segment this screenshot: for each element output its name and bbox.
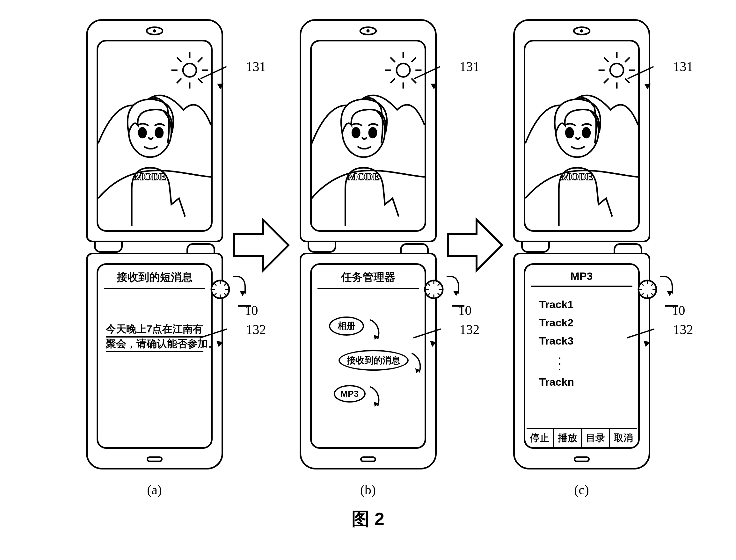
ref-label-132: 132 <box>460 322 480 337</box>
wallpaper-avatar-scene: MODE <box>98 41 211 230</box>
phone-b-lower-display[interactable]: 任务管理器 相册 接收到的消息 MP3 <box>310 263 426 449</box>
mic-icon <box>360 456 376 462</box>
svg-text:MODE: MODE <box>347 171 380 182</box>
phone-b-top-shell: MODE 131 <box>300 19 437 242</box>
task-bubble-mp3[interactable]: MP3 <box>334 385 366 403</box>
cycle-arrow-icon <box>406 353 425 373</box>
scroll-wheel[interactable] <box>211 280 230 299</box>
svg-line-50 <box>625 57 629 62</box>
svg-line-6 <box>198 57 202 62</box>
svg-point-0 <box>183 63 196 77</box>
softkey-play[interactable]: 播放 <box>554 429 582 447</box>
leader-line <box>238 305 251 307</box>
task-manager-canvas: 相册 接收到的消息 MP3 <box>316 291 420 443</box>
list-item[interactable]: Track2 <box>539 316 627 329</box>
svg-line-49 <box>604 57 608 62</box>
phone-a-lower-display[interactable]: 接收到的短消息 今天晚上7点在江南有 聚会，请确认能否参加。 <box>97 263 213 449</box>
phone-c-bottom-shell: MP3 Track1 Track2 Track3 ... Trackn 停止 播… <box>513 253 650 469</box>
phone-hinge <box>86 242 223 253</box>
mic-icon <box>147 456 163 462</box>
ref-label-132: 132 <box>673 322 693 337</box>
list-item[interactable]: Trackn <box>539 376 627 388</box>
list-item[interactable]: Track1 <box>539 298 627 311</box>
wallpaper-avatar-scene: MODE <box>525 41 638 230</box>
phone-hinge <box>300 242 437 253</box>
subcaption-b: (b) <box>360 482 376 498</box>
svg-line-29 <box>390 78 395 83</box>
subcaption-a: (a) <box>147 482 162 498</box>
phone-c: MODE 131 MP3 Track1 Track2 Track3 ... Tr… <box>513 19 650 469</box>
cycle-arrow-icon <box>365 319 383 339</box>
arrowhead-icon <box>644 81 652 89</box>
phone-a-bottom-shell: 接收到的短消息 今天晚上7点在江南有 聚会，请确认能否参加。 <box>86 253 223 469</box>
svg-text:MODE: MODE <box>561 171 593 182</box>
svg-text:MODE: MODE <box>134 171 166 182</box>
task-bubble-album[interactable]: 相册 <box>329 316 364 336</box>
svg-point-10 <box>139 128 146 138</box>
figure-caption: 图 2 <box>10 507 726 531</box>
svg-line-8 <box>198 78 202 83</box>
camera-icon <box>573 26 590 35</box>
arrowhead-icon <box>217 81 225 89</box>
mp3-title: MP3 <box>531 268 632 287</box>
phone-a-top-shell: MODE 131 <box>86 19 223 242</box>
sms-message-body: 今天晚上7点在江南有 聚会，请确认能否参加。 <box>103 323 207 352</box>
svg-line-28 <box>411 57 416 62</box>
svg-point-33 <box>369 128 376 138</box>
ellipsis-icon: ... <box>539 353 627 370</box>
softkey-cancel[interactable]: 取消 <box>610 429 637 447</box>
phone-b-column: MODE 131 任务管理器 相册 接收到的消息 MP3 <box>300 19 437 498</box>
rotation-arrow-icon <box>447 276 459 294</box>
leader-line <box>665 305 678 307</box>
mic-icon <box>574 456 590 462</box>
ref-label-132: 132 <box>246 322 266 337</box>
svg-line-7 <box>177 78 181 83</box>
camera-icon <box>359 26 377 35</box>
leader-line <box>452 305 464 307</box>
svg-point-11 <box>155 128 163 138</box>
scroll-wheel[interactable] <box>638 280 657 299</box>
mp3-track-list: Track1 Track2 Track3 ... Trackn <box>530 289 634 428</box>
svg-line-51 <box>604 78 608 83</box>
ref-label-131: 131 <box>460 59 480 74</box>
sms-line-1: 今天晚上7点在江南有 <box>106 322 203 336</box>
arrowhead-icon <box>431 81 439 89</box>
softkey-bar: 停止 播放 目录 取消 <box>527 428 637 447</box>
rotation-arrow-icon <box>660 276 673 294</box>
svg-point-54 <box>566 128 573 138</box>
svg-line-27 <box>390 57 395 62</box>
phone-a: MODE 131 接收到的短消息 今天晚上7点在江南有 聚会，请确认能否参加。 <box>86 19 223 469</box>
phone-b-upper-display: MODE <box>310 40 426 232</box>
list-item[interactable]: Track3 <box>539 335 627 347</box>
figure-row: MODE 131 接收到的短消息 今天晚上7点在江南有 聚会，请确认能否参加。 <box>10 19 726 498</box>
rotation-arrow-icon <box>233 276 246 294</box>
softkey-list[interactable]: 目录 <box>582 429 610 447</box>
sms-line-2: 聚会，请确认能否参加。 <box>106 337 218 351</box>
phone-a-column: MODE 131 接收到的短消息 今天晚上7点在江南有 聚会，请确认能否参加。 <box>86 19 223 498</box>
phone-b-bottom-shell: 任务管理器 相册 接收到的消息 MP3 10 <box>300 253 437 469</box>
task-bubble-message[interactable]: 接收到的消息 <box>339 350 409 371</box>
phone-c-column: MODE 131 MP3 Track1 Track2 Track3 ... Tr… <box>513 19 650 498</box>
arrowhead-icon <box>430 339 438 347</box>
svg-line-30 <box>411 78 416 83</box>
ref-label-131: 131 <box>673 59 693 74</box>
svg-line-5 <box>177 57 181 62</box>
task-manager-title: 任务管理器 <box>317 268 419 289</box>
svg-point-22 <box>396 63 410 77</box>
scroll-wheel[interactable] <box>424 280 443 299</box>
softkey-stop[interactable]: 停止 <box>527 429 555 447</box>
phone-c-upper-display: MODE <box>524 40 640 232</box>
ref-label-131: 131 <box>246 59 266 74</box>
phone-c-lower-display[interactable]: MP3 Track1 Track2 Track3 ... Trackn 停止 播… <box>524 263 640 449</box>
phone-b: MODE 131 任务管理器 相册 接收到的消息 MP3 <box>300 19 437 469</box>
arrowhead-icon <box>644 339 651 347</box>
wallpaper-avatar-scene: MODE <box>312 41 425 230</box>
cycle-arrow-icon <box>365 386 383 406</box>
subcaption-c: (c) <box>574 482 589 498</box>
phone-hinge <box>513 242 650 253</box>
transition-arrow-icon <box>445 213 505 278</box>
svg-point-32 <box>352 128 360 138</box>
svg-point-44 <box>610 63 623 77</box>
svg-point-55 <box>582 128 590 138</box>
phone-c-top-shell: MODE 131 <box>513 19 650 242</box>
